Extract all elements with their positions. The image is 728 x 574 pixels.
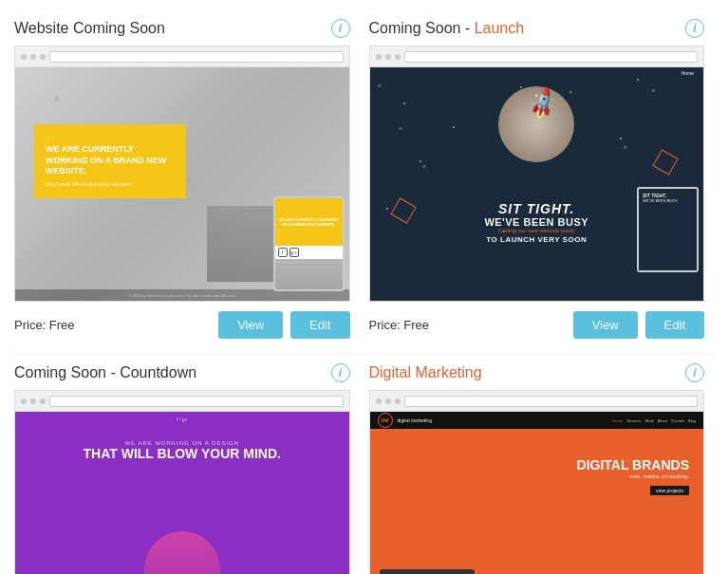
edit-button-1[interactable]: Edit	[290, 311, 349, 339]
browser-dot-5	[385, 54, 391, 60]
card-coming-soon-launch: Coming Soon - Launch i	[364, 9, 719, 353]
card-header-3: Coming Soon - Countdown i	[14, 363, 350, 382]
browser-url-1	[49, 51, 344, 63]
browser-url-2	[404, 51, 699, 63]
browser-bar-2	[370, 46, 704, 67]
tablet-social: f g+	[275, 246, 343, 259]
red-section: DIGITAL BRANDS web. media. consulting. v…	[370, 429, 704, 574]
browser-dot-11	[385, 398, 391, 404]
browser-dot-7	[21, 398, 27, 404]
price-label-2: Price: Free	[369, 318, 566, 332]
tablet-people	[275, 259, 343, 291]
x-mark-3: ×	[422, 162, 427, 171]
info-icon-4[interactable]: i	[685, 363, 704, 382]
yellow-big-text: WE ARE CURRENTLY WORKING ON A BRAND NEW …	[46, 144, 175, 177]
card-title-3: Coming Soon - Countdown	[14, 364, 196, 381]
dm-nav: DM digital marketing Home Services Work …	[370, 412, 704, 429]
dm-menu-services: Services	[626, 418, 641, 423]
card-actions-2: Price: Free View Edit	[369, 311, 705, 339]
x-mark-2: ×	[399, 124, 403, 133]
tablet-inner-1: WE ARE CURRENTLY WORKING ON A BRAND NEW …	[275, 198, 343, 246]
preview-3: f / g+ WE ARE WORKING ON A DESIGN THAT W…	[14, 390, 350, 574]
tablet-right-sub: WE'VE BEEN BUSY	[643, 198, 693, 203]
footer-text-1: © 2023 by Website coming soon. Proudly c…	[129, 293, 235, 298]
card-title-2-prefix: Coming Soon -	[369, 20, 475, 36]
launch-text: TO LAUNCH VERY SOON	[460, 235, 612, 244]
card-title-1: Website Coming Soon	[14, 20, 165, 37]
sit-tight-text: SIT TIGHT. WE'VE BEEN BUSY Getting our n…	[460, 201, 612, 244]
browser-dot-6	[395, 54, 401, 60]
db-small: web. media. consulting.	[577, 473, 689, 479]
browser-url-4	[404, 396, 699, 407]
dm-menu-contact: Contact	[671, 418, 684, 423]
card-header-1: Website Coming Soon i	[14, 19, 350, 38]
tablet-right-inner: SIT TIGHT. WE'VE BEEN BUSY	[639, 189, 697, 270]
browser-url-3	[49, 396, 344, 407]
dm-logo: DM	[378, 413, 393, 428]
digital-brands-text: DIGITAL BRANDS web. media. consulting. v…	[577, 457, 689, 496]
info-icon-2[interactable]: i	[685, 19, 704, 38]
browser-dot-9	[40, 398, 46, 404]
card-website-coming-soon: Website Coming Soon i * * * * WE ARE CUR…	[9, 9, 364, 353]
x-mark-5: ×	[623, 143, 627, 152]
card-coming-soon-countdown: Coming Soon - Countdown i f / g+ WE ARE …	[9, 354, 364, 574]
preview-1: * * * * WE ARE CURRENTLY WORKING ON A BR…	[14, 46, 350, 302]
db-big: DIGITAL BRANDS	[577, 457, 689, 473]
browser-dot-2	[30, 54, 36, 60]
dm-menu-home: Home	[612, 418, 623, 423]
star-5	[637, 79, 639, 81]
browser-dot-1	[21, 54, 27, 60]
view-button-1[interactable]: View	[218, 311, 283, 339]
browser-bar-4	[370, 391, 704, 412]
card-actions-1: Price: Free View Edit	[14, 311, 350, 339]
browser-dot-12	[395, 398, 401, 404]
preview-4: DM digital marketing Home Services Work …	[369, 390, 705, 574]
facebook-icon: f	[278, 248, 288, 257]
info-icon-1[interactable]: i	[331, 19, 350, 38]
star-6	[386, 208, 388, 210]
card-header-4: Digital Marketing i	[369, 363, 705, 382]
googleplus-icon: g+	[289, 248, 299, 257]
x-mark-1: ×	[378, 82, 383, 90]
browser-dot-3	[40, 54, 46, 60]
athlete-figure: 🏃	[144, 531, 220, 574]
x-mark-4: ×	[651, 86, 656, 95]
star-9	[620, 138, 622, 139]
browser-bar-3	[15, 391, 349, 412]
edit-button-2[interactable]: Edit	[645, 311, 704, 339]
browser-dot-10	[376, 398, 382, 404]
yellow-sub-text: Stay Tuned. We are launching very soon	[46, 181, 175, 187]
working-big-3: THAT WILL BLOW YOUR MIND.	[34, 446, 330, 462]
dm-brand: digital marketing	[398, 417, 432, 423]
star-3	[569, 91, 571, 93]
nav-bar-2: Home	[681, 70, 694, 76]
preview-3-main: f / g+ WE ARE WORKING ON A DESIGN THAT W…	[15, 412, 349, 574]
yellow-small-text: * * *	[46, 136, 175, 141]
tablet-1: WE ARE CURRENTLY WORKING ON A BRAND NEW …	[273, 196, 345, 291]
preview-4-main: DM digital marketing Home Services Work …	[370, 412, 704, 574]
info-icon-3[interactable]: i	[331, 363, 350, 382]
tablet-inner-text: WE ARE CURRENTLY WORKING ON A BRAND NEW …	[279, 217, 339, 227]
preview-2: Home 🚀 × × × × × SIT TIGHT. WE'VE BEEN B…	[369, 46, 705, 302]
sit-text: SIT TIGHT.	[460, 201, 612, 216]
star-2	[453, 126, 455, 128]
view-projects-btn: view projects	[650, 486, 689, 495]
browser-dot-4	[376, 54, 382, 60]
star-1	[403, 102, 405, 104]
view-button-2[interactable]: View	[573, 311, 638, 339]
star-8	[520, 86, 522, 88]
laptop-image: DM	[380, 569, 475, 574]
preview-2-main: Home 🚀 × × × × × SIT TIGHT. WE'VE BEEN B…	[370, 67, 704, 301]
dm-menu-about: About	[658, 418, 667, 423]
card-title-2-orange: Launch	[475, 20, 525, 36]
card-digital-marketing: Digital Marketing i DM digital marketing…	[364, 354, 719, 574]
preview-1-main: * * * * WE ARE CURRENTLY WORKING ON A BR…	[15, 67, 349, 301]
dm-menu-work: Work	[644, 418, 653, 423]
card-title-4: Digital Marketing	[369, 364, 482, 381]
dm-menu: Home Services Work About Contact Blog	[612, 418, 696, 423]
dm-menu-blog: Blog	[688, 418, 696, 423]
template-grid: Website Coming Soon i * * * * WE ARE CUR…	[0, 0, 728, 574]
asterisk-1: *	[53, 91, 61, 113]
price-label-1: Price: Free	[14, 318, 211, 332]
tablet-right: SIT TIGHT. WE'VE BEEN BUSY	[637, 187, 699, 272]
